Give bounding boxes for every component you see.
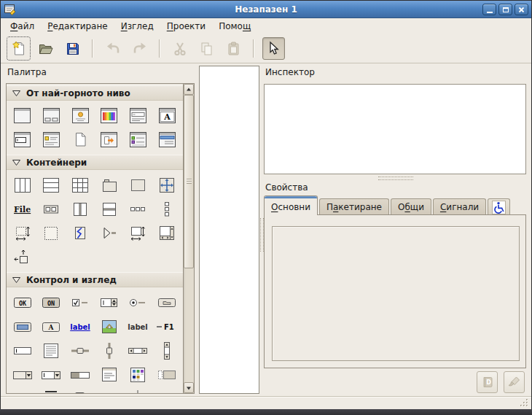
palette-item-notebook[interactable]	[96, 174, 122, 196]
palette-item-scrolled-window[interactable]	[125, 222, 151, 244]
palette-section-header[interactable]: Контрол и изглед	[7, 272, 183, 287]
scroll-down-button[interactable]	[184, 382, 194, 393]
palette-grid: File	[7, 170, 183, 271]
tab-common[interactable]: Общи	[391, 198, 431, 215]
palette-item-text-view[interactable]	[38, 340, 64, 362]
palette-item-partial-line[interactable]	[38, 388, 64, 394]
palette-item-progress-bar[interactable]	[67, 364, 93, 386]
palette-item-fixed[interactable]	[154, 174, 180, 196]
palette-item-expander[interactable]	[96, 222, 122, 244]
palette-item-partial-round[interactable]	[67, 388, 93, 394]
tab-accessibility[interactable]	[488, 198, 510, 215]
palette-item-hpaned[interactable]	[67, 198, 93, 220]
palette-item-scrolled-panel[interactable]	[154, 222, 180, 244]
titlebar[interactable]: Незапазен 1	[1, 1, 531, 18]
scroll-up-button[interactable]	[184, 84, 194, 95]
inspector-tree[interactable]	[264, 84, 526, 174]
palette-item-toolbar-widget[interactable]	[38, 198, 64, 220]
tab-packing[interactable]: Пакетиране	[319, 198, 389, 215]
maximize-button[interactable]	[498, 4, 512, 15]
palette-item-image[interactable]	[96, 316, 122, 338]
palette-item-frame[interactable]	[125, 174, 151, 196]
scrollbar-thumb[interactable]	[184, 95, 194, 268]
menu-file[interactable]: Файл	[4, 18, 41, 34]
svg-text:F1: F1	[164, 323, 174, 331]
open-button[interactable]	[34, 37, 57, 60]
palette-item-button[interactable]: OK	[9, 292, 36, 314]
palette-item-table[interactable]	[67, 174, 93, 196]
tab-signals[interactable]: Сигнали	[433, 198, 486, 215]
palette-item-about-page[interactable]	[67, 129, 93, 151]
palette-item-dialog[interactable]	[38, 105, 64, 127]
palette-item-entry[interactable]	[9, 340, 36, 362]
palette-item-layout[interactable]	[38, 222, 64, 244]
palette-item-curve[interactable]	[67, 222, 93, 244]
palette-section-header[interactable]: От най-горното ниво	[7, 85, 183, 101]
palette-item-hscrollbar[interactable]	[125, 340, 151, 362]
open-icon	[37, 40, 55, 58]
pointer-button[interactable]	[262, 37, 285, 60]
tab-general[interactable]: Основни	[264, 195, 318, 215]
palette-item-alignment[interactable]	[9, 247, 36, 268]
app-icon	[4, 4, 17, 15]
horizontal-paned-grip[interactable]	[378, 177, 413, 180]
palette-item-vpaned[interactable]	[96, 198, 122, 220]
menu-help[interactable]: Помощ	[212, 18, 257, 34]
palette-item-toggle-button[interactable]: ON	[38, 292, 64, 314]
close-button[interactable]	[515, 4, 528, 15]
svg-text:ON: ON	[47, 299, 55, 306]
new-icon	[10, 40, 28, 58]
palette-item-color-selection-dialog[interactable]	[96, 105, 122, 127]
properties-tabs: ОсновниПакетиранеОбщиСигнали	[264, 195, 512, 215]
palette-item-spin-button[interactable]	[96, 292, 122, 314]
palette-item-radio-button[interactable]	[125, 292, 151, 314]
maximize-icon	[503, 7, 509, 12]
palette-item-font-selection-dialog[interactable]: A	[154, 105, 180, 127]
palette-item-message-dialog[interactable]	[67, 105, 93, 127]
palette-item-vscale[interactable]	[96, 340, 122, 362]
palette-item-combo-box-entry[interactable]	[38, 364, 64, 386]
palette-scrollbar[interactable]	[183, 84, 194, 393]
palette-item-cell-view[interactable]	[154, 364, 180, 386]
palette-item-tree-view[interactable]	[96, 364, 122, 386]
menu-edit[interactable]: Редактиране	[41, 18, 114, 34]
new-button[interactable]	[7, 37, 30, 60]
minimize-icon	[487, 12, 493, 13]
palette-item-file-selection-dialog[interactable]	[125, 105, 151, 127]
palette-item-option-menu[interactable]	[154, 292, 180, 314]
palette-item-link-label[interactable]: label	[67, 316, 93, 338]
palette-item-viewport[interactable]	[9, 222, 36, 244]
palette-item-partial-tick[interactable]	[125, 388, 151, 394]
palette-item-input-dialog[interactable]	[9, 129, 36, 151]
close-icon	[518, 7, 525, 13]
palette-item-message-box[interactable]	[38, 129, 64, 151]
menu-projects[interactable]: Проекти	[160, 18, 212, 34]
palette-item-hbox[interactable]	[9, 174, 36, 196]
palette-item-check-button[interactable]	[67, 292, 93, 314]
palette-item-menubar[interactable]: File	[9, 198, 36, 220]
minimize-button[interactable]	[482, 4, 496, 15]
palette-item-label-widget[interactable]: label	[125, 316, 151, 338]
palette-item-color-button[interactable]	[9, 316, 36, 338]
palette-item-hbuttonbox[interactable]	[125, 198, 151, 220]
palette-grid: OKONAlabellabelF1	[7, 287, 183, 393]
palette-item-font-button[interactable]: A	[38, 316, 64, 338]
palette-section-header[interactable]: Контейнери	[7, 155, 183, 170]
palette-item-header-window[interactable]	[154, 129, 180, 151]
palette-item-list-dialog[interactable]	[125, 129, 151, 151]
palette-item-combo-box[interactable]	[9, 364, 36, 386]
palette-item-vscrollbar[interactable]	[154, 340, 180, 362]
palette-item-accel-label[interactable]: F1	[154, 316, 180, 338]
resize-grip[interactable]	[520, 398, 529, 408]
menu-view[interactable]: Изглед	[114, 18, 160, 34]
palette-item-window[interactable]	[9, 105, 36, 127]
palette-item-icon-view[interactable]	[125, 364, 151, 386]
svg-text:A: A	[163, 112, 171, 122]
save-button[interactable]	[61, 37, 84, 60]
palette-item-file-chooser[interactable]	[96, 129, 122, 151]
design-canvas[interactable]	[199, 66, 259, 394]
palette-item-hscale[interactable]	[67, 340, 93, 362]
svg-text:A: A	[48, 324, 55, 331]
palette-item-vbuttonbox[interactable]	[154, 198, 180, 220]
palette-item-vbox[interactable]	[38, 174, 64, 196]
